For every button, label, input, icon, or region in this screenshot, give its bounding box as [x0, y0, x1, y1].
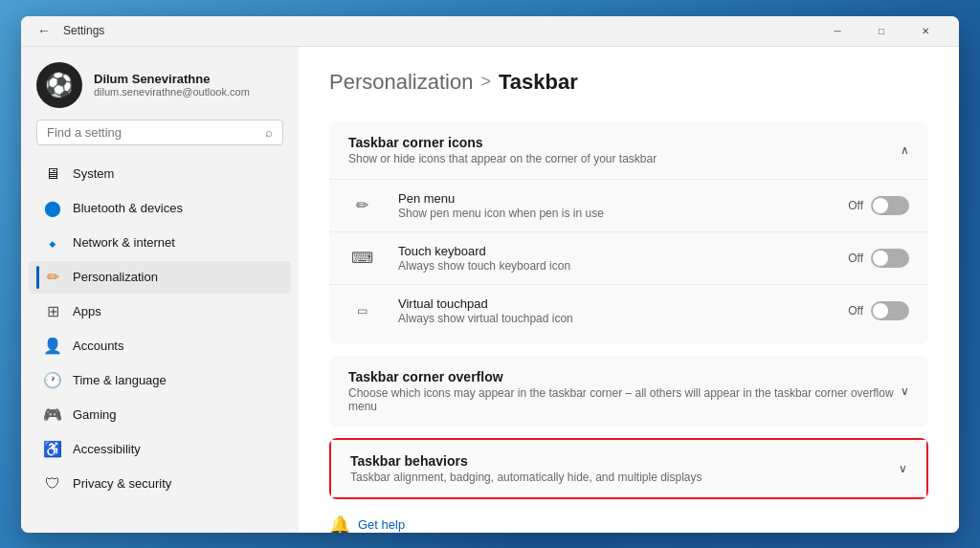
user-email: dilum.senevirathne@outlook.com	[94, 86, 250, 98]
sidebar: ⚽ Dilum Senevirathne dilum.senevirathne@…	[21, 47, 299, 533]
sidebar-item-label: Bluetooth & devices	[73, 201, 183, 215]
touch-keyboard-icon: ⌨	[348, 245, 375, 272]
user-name: Dilum Senevirathne	[94, 72, 250, 86]
window-title: Settings	[63, 24, 815, 37]
breadcrumb-current: Taskbar	[499, 70, 578, 95]
accounts-icon: 👤	[44, 338, 61, 355]
get-help-text[interactable]: Get help	[358, 517, 405, 532]
taskbar-behaviors-header[interactable]: Taskbar behaviors Taskbar alignment, bad…	[331, 440, 926, 497]
touch-keyboard-toggle[interactable]	[871, 249, 909, 268]
sidebar-item-accessibility[interactable]: ♿ Accessibility	[29, 433, 291, 466]
back-button[interactable]: ←	[33, 19, 56, 42]
section-subtitle: Show or hide icons that appear on the co…	[348, 152, 657, 165]
window-controls: ─ □ ✕	[815, 16, 947, 47]
breadcrumb-separator: >	[480, 72, 491, 92]
search-box[interactable]: ⌕	[36, 120, 283, 145]
touch-keyboard-name: Touch keyboard	[398, 244, 836, 258]
taskbar-corner-icons-header[interactable]: Taskbar corner icons Show or hide icons …	[329, 121, 928, 179]
user-profile: ⚽ Dilum Senevirathne dilum.senevirathne@…	[21, 47, 299, 120]
sidebar-item-system[interactable]: 🖥 System	[29, 158, 291, 190]
pen-menu-info: Pen menu Show pen menu icon when pen is …	[398, 191, 836, 220]
pen-menu-desc: Show pen menu icon when pen is in use	[398, 207, 836, 220]
section-subtitle-overflow: Choose which icons may appear in the tas…	[348, 386, 901, 413]
privacy-icon: 🛡	[44, 475, 61, 493]
minimize-button[interactable]: ─	[815, 16, 859, 47]
avatar: ⚽	[36, 62, 82, 108]
search-input[interactable]	[47, 125, 257, 140]
sidebar-item-label: Network & internet	[73, 235, 175, 250]
touch-keyboard-toggle-group: Off	[848, 249, 909, 268]
section-title-group: Taskbar corner icons Show or hide icons …	[348, 135, 657, 165]
time-icon: 🕐	[44, 372, 61, 389]
titlebar: ← Settings ─ □ ✕	[21, 16, 959, 47]
sidebar-item-label: System	[73, 166, 114, 181]
virtual-touchpad-toggle[interactable]	[871, 301, 909, 320]
user-info: Dilum Senevirathne dilum.senevirathne@ou…	[94, 72, 250, 98]
section-title-behaviors: Taskbar behaviors	[350, 453, 702, 469]
virtual-touchpad-icon: ▭	[348, 297, 375, 324]
sidebar-item-accounts[interactable]: 👤 Accounts	[29, 330, 291, 362]
sidebar-item-personalization[interactable]: ✏ Personalization	[29, 261, 291, 294]
sidebar-item-label: Apps	[73, 304, 101, 318]
sidebar-item-gaming[interactable]: 🎮 Gaming	[29, 399, 291, 431]
get-help-icon: 🔔	[329, 515, 350, 533]
sidebar-item-network[interactable]: ⬥ Network & internet	[29, 227, 291, 259]
sidebar-item-bluetooth[interactable]: ⬤ Bluetooth & devices	[29, 192, 291, 225]
system-icon: 🖥	[44, 165, 61, 183]
main-panel: Personalization > Taskbar Taskbar corner…	[299, 47, 959, 533]
gaming-icon: 🎮	[44, 406, 61, 424]
settings-window: ← Settings ─ □ ✕ ⚽ Dilum Senevirathne	[21, 16, 959, 533]
search-icon: ⌕	[265, 125, 273, 140]
touch-keyboard-info: Touch keyboard Always show touch keyboar…	[398, 244, 836, 273]
section-title-group-overflow: Taskbar corner overflow Choose which ico…	[348, 369, 901, 413]
sidebar-item-label: Accessibility	[73, 442, 141, 456]
maximize-button[interactable]: □	[859, 16, 903, 47]
sidebar-item-label: Privacy & security	[73, 476, 171, 491]
sidebar-item-time[interactable]: 🕐 Time & language	[29, 364, 291, 397]
virtual-touchpad-toggle-group: Off	[848, 301, 909, 320]
virtual-touchpad-info: Virtual touchpad Always show virtual tou…	[398, 296, 836, 325]
pen-menu-toggle-label: Off	[848, 199, 863, 212]
pen-menu-item: ✏ Pen menu Show pen menu icon when pen i…	[329, 179, 928, 231]
breadcrumb: Personalization > Taskbar	[329, 70, 928, 95]
virtual-touchpad-toggle-label: Off	[848, 304, 863, 318]
breadcrumb-parent: Personalization	[329, 70, 473, 95]
chevron-up-icon: ∧	[901, 143, 909, 157]
pen-menu-name: Pen menu	[398, 191, 836, 206]
chevron-down-icon-behaviors: ∨	[899, 462, 907, 475]
settings-content: Taskbar corner icons Show or hide icons …	[299, 110, 959, 533]
network-icon: ⬥	[44, 234, 61, 252]
taskbar-behaviors-section: Taskbar behaviors Taskbar alignment, bad…	[329, 438, 928, 499]
taskbar-corner-overflow-section: Taskbar corner overflow Choose which ico…	[329, 356, 928, 427]
main-content: ⚽ Dilum Senevirathne dilum.senevirathne@…	[21, 47, 959, 533]
virtual-touchpad-desc: Always show virtual touchpad icon	[398, 312, 836, 325]
pen-menu-icon: ✏	[348, 192, 375, 219]
taskbar-corner-overflow-header[interactable]: Taskbar corner overflow Choose which ico…	[329, 356, 928, 427]
sidebar-item-label: Personalization	[73, 270, 158, 284]
touch-keyboard-desc: Always show touch keyboard icon	[398, 259, 836, 273]
virtual-touchpad-name: Virtual touchpad	[398, 296, 836, 311]
sidebar-item-label: Gaming	[73, 407, 117, 422]
personalization-icon: ✏	[44, 269, 61, 286]
bluetooth-icon: ⬤	[44, 200, 61, 217]
sidebar-item-label: Accounts	[73, 339, 123, 353]
sidebar-item-label: Time & language	[73, 373, 167, 387]
section-title-group-behaviors: Taskbar behaviors Taskbar alignment, bad…	[350, 453, 702, 484]
accessibility-icon: ♿	[44, 441, 61, 458]
section-subtitle-behaviors: Taskbar alignment, badging, automaticall…	[350, 471, 702, 484]
get-help-link[interactable]: 🔔 Get help	[329, 499, 928, 533]
touch-keyboard-toggle-label: Off	[848, 252, 863, 265]
pen-menu-toggle[interactable]	[871, 196, 909, 215]
apps-icon: ⊞	[44, 303, 61, 320]
close-button[interactable]: ✕	[903, 16, 947, 47]
section-title: Taskbar corner icons	[348, 135, 657, 150]
sidebar-item-privacy[interactable]: 🛡 Privacy & security	[29, 468, 291, 500]
corner-icons-items: ✏ Pen menu Show pen menu icon when pen i…	[329, 179, 928, 344]
taskbar-corner-icons-section: Taskbar corner icons Show or hide icons …	[329, 121, 928, 344]
touch-keyboard-item: ⌨ Touch keyboard Always show touch keybo…	[329, 231, 928, 284]
chevron-down-icon-overflow: ∨	[901, 384, 909, 398]
pen-menu-toggle-group: Off	[848, 196, 909, 215]
virtual-touchpad-item: ▭ Virtual touchpad Always show virtual t…	[329, 284, 928, 337]
section-title-overflow: Taskbar corner overflow	[348, 369, 901, 384]
sidebar-item-apps[interactable]: ⊞ Apps	[29, 296, 291, 328]
